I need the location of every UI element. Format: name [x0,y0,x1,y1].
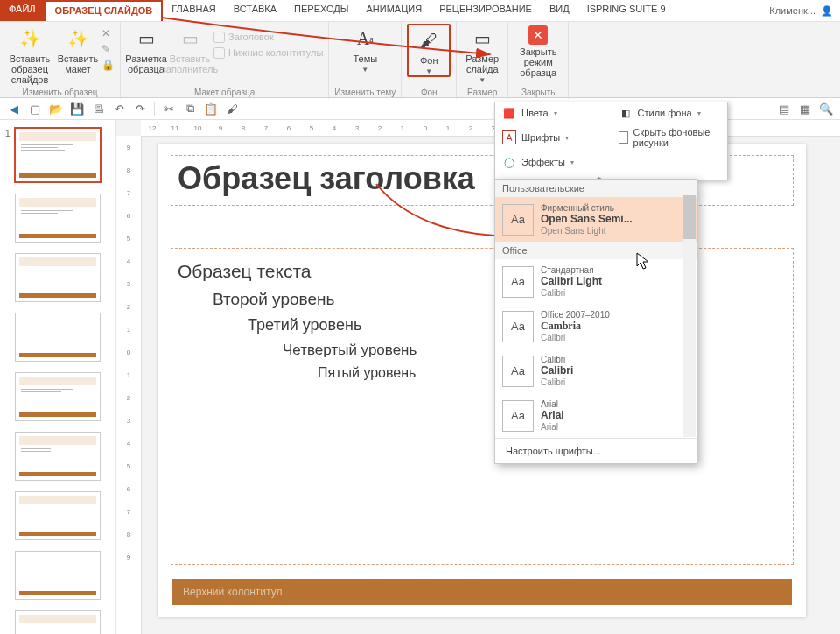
level1-text: Образец текста [178,257,416,286]
master-thumbnail[interactable]: 1 [14,127,102,183]
group-label: Изменить образец [23,86,98,99]
layout-icon: ▭ [133,25,159,52]
tab-view[interactable]: ВИД [541,0,578,21]
layout-thumbnail[interactable] [15,491,101,540]
open-icon[interactable]: 📂 [49,102,63,116]
account-area[interactable]: Клименк... 👤 [762,0,840,21]
group-label: Фон [421,86,438,99]
insert-slide-master-button[interactable]: ✨ Вставить образец слайдов [5,24,54,85]
title-placeholder[interactable]: Образец заголовка [178,160,475,197]
print-icon[interactable]: 🖶 [91,102,105,116]
layout-thumbnail[interactable] [15,253,101,302]
tab-ispring[interactable]: ISPRING SUITE 9 [578,0,675,21]
font-option-calibri[interactable]: Aa CalibriCalibriCalibri [495,349,696,393]
customize-fonts[interactable]: Настроить шрифты... [495,438,696,463]
layout-thumbnail[interactable] [15,432,101,481]
insert-placeholder-button: ▭ Вставить заполнитель [170,24,210,74]
chevron-down-icon: ▼ [425,67,432,75]
fonts-menu[interactable]: AШрифты ▾ [495,123,612,151]
font-option-standard[interactable]: Aa СтандартнаяCalibri LightCalibri [495,259,696,304]
slide-size-button[interactable]: ▭ Размер слайда ▼ [462,24,502,84]
rename-icon[interactable]: ✎ [102,43,115,55]
ribbon: ✨ Вставить образец слайдов ✨ Вставить ма… [0,22,840,98]
effects-menu[interactable]: ◯Эффекты ▾ [495,151,727,173]
group-edit-master: ✨ Вставить образец слайдов ✨ Вставить ма… [0,22,121,99]
effects-icon: ◯ [502,155,516,169]
themes-icon: Aa [352,25,378,52]
font-option-office2007[interactable]: Aa Office 2007–2010CambriaCalibri [495,304,696,349]
tab-transitions[interactable]: ПЕРЕХОДЫ [285,0,357,21]
level2-text: Второй уровень [178,286,416,313]
close-master-button[interactable]: ✕ Закрыть режим образца [514,24,563,78]
chevron-down-icon: ▼ [479,76,486,84]
paste-icon: 📋 [204,102,218,116]
avatar-icon: 👤 [821,5,833,17]
grid-icon[interactable]: ▦ [798,102,812,116]
checkbox-icon [619,131,628,144]
group-label: Макет образца [194,86,255,99]
scroll-thumb[interactable] [683,195,696,239]
back-icon[interactable]: ◀ [7,102,21,116]
colors-icon: 🟥 [502,106,516,120]
layout-thumbnail[interactable] [15,313,101,362]
tab-slide-master[interactable]: ОБРАЗЕЦ СЛАЙДОВ [45,0,164,21]
section-office: Office [495,242,696,259]
zoom-icon[interactable]: 🔍 [819,102,833,116]
themes-button[interactable]: Aa Темы ▼ [345,24,385,74]
tab-animation[interactable]: АНИМАЦИЯ [357,0,430,21]
fonts-dropdown[interactable]: Пользовательские Aa Фирменный стильOpen … [494,179,697,464]
footer-placeholder[interactable]: Верхний колонтитул [172,579,792,605]
group-background: 🖌 Фон ▼ Фон [402,22,457,99]
undo-icon[interactable]: ↶ [112,102,126,116]
colors-menu[interactable]: 🟥Цвета ▾ [495,102,612,123]
delete-icon[interactable]: ✕ [102,27,115,39]
group-themes: Aa Темы ▼ Изменить тему [329,22,402,99]
font-preview-icon: Aa [502,311,534,342]
save-icon[interactable]: 💾 [70,102,84,116]
format-painter-icon: 🖌 [225,102,239,116]
layout-thumbnail[interactable] [15,372,101,421]
font-option-arial[interactable]: Aa ArialArialArial [495,393,696,438]
layout-thumbnail[interactable] [15,610,101,634]
thumb-index: 1 [5,129,10,138]
copy-icon: ⧉ [183,102,197,116]
tab-insert[interactable]: ВСТАВКА [225,0,285,21]
ruler-icon[interactable]: ▤ [777,102,791,116]
tab-file[interactable]: ФАЙЛ [0,0,45,21]
menu-tabs: ФАЙЛ ОБРАЗЕЦ СЛАЙДОВ ГЛАВНАЯ ВСТАВКА ПЕР… [0,0,840,22]
background-button[interactable]: 🖌 Фон ▼ [407,24,451,77]
preserve-icon[interactable]: 🔒 [102,59,115,71]
group-size: ▭ Размер слайда ▼ Размер [457,22,508,99]
font-preview-icon: Aa [502,356,534,387]
tab-review[interactable]: РЕЦЕНЗИРОВАНИЕ [430,0,541,21]
layout-thumbnail[interactable] [15,194,101,243]
size-icon: ▭ [469,25,495,52]
level5-text: Пятый уровень [178,362,416,384]
bg-styles-menu[interactable]: ◧Стили фона ▾ [612,102,728,123]
master-layout-button[interactable]: ▭ Разметка образца [126,24,166,74]
close-icon: ✕ [528,25,548,45]
body-placeholder[interactable]: Образец текста Второй уровень Третий уро… [178,257,416,384]
font-preview-icon: Aa [502,204,534,236]
hide-bg-checkbox[interactable]: Скрыть фоновые рисунки [612,123,728,151]
font-preview-icon: Aa [502,266,534,298]
insert-master-icon: ✨ [17,25,43,52]
background-pane[interactable]: 🟥Цвета ▾ ◧Стили фона ▾ AШрифты ▾ Скрыть … [494,102,728,180]
background-icon: 🖌 [416,27,442,53]
new-icon[interactable]: ▢ [28,102,42,116]
vertical-ruler: 9876543210123456789 [116,136,142,634]
slide-editor[interactable]: 1211109876543210123456789101112 98765432… [116,120,840,634]
insert-layout-button[interactable]: ✨ Вставить макет [58,24,98,74]
chk-title: Заголовок [214,29,323,45]
placeholder-icon: ▭ [177,25,203,52]
tab-home[interactable]: ГЛАВНАЯ [163,0,224,21]
thumbnail-pane[interactable]: 1 [0,120,116,634]
checkboxes: Заголовок Нижние колонтитулы [214,24,323,60]
redo-icon[interactable]: ↷ [133,102,147,116]
font-preview-icon: Aa [502,400,534,432]
scrollbar[interactable] [683,195,696,437]
layout-thumbnail[interactable] [15,551,101,600]
slide-canvas[interactable]: Образец заголовка Образец текста Второй … [158,144,806,617]
font-option-custom[interactable]: Aa Фирменный стильOpen Sans Semi...Open … [495,197,696,242]
workspace: 1 1211109876543210123456789101112 987654… [0,120,840,634]
